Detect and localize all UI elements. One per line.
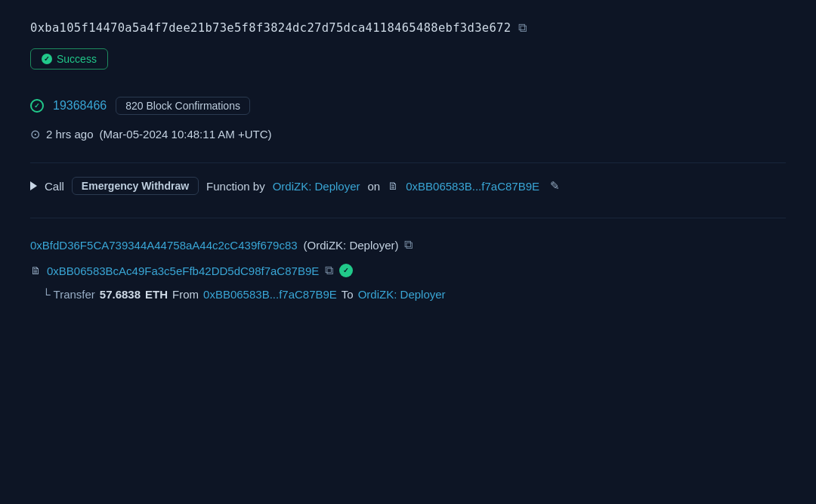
time-row: ⊙ 2 hrs ago (Mar-05-2024 10:48:11 AM +UT… xyxy=(30,127,786,141)
from-address-link[interactable]: 0xBfdD36F5CA739344A44758aA44c2cC439f679c… xyxy=(30,239,298,252)
function-badge: Emergency Withdraw xyxy=(72,177,199,195)
caller-link[interactable]: OrdiZK: Deployer xyxy=(273,180,360,193)
function-by-label: Function by xyxy=(206,180,265,193)
block-number[interactable]: 19368466 xyxy=(53,99,107,113)
confirmations-badge: 820 Block Confirmations xyxy=(116,97,250,115)
copy-hash-icon[interactable]: ⧉ xyxy=(518,21,527,35)
to-address-link[interactable]: 0xBB06583BcAc49Fa3c5eFfb42DD5dC98f7aC87B… xyxy=(47,264,319,277)
copy-to-icon[interactable]: ⧉ xyxy=(325,264,333,277)
contract-address-link[interactable]: 0xBB06583B...f7aC87B9E xyxy=(406,180,539,193)
call-row: Call Emergency Withdraw Function by Ordi… xyxy=(30,177,786,195)
divider-1 xyxy=(30,162,786,163)
success-dot-icon xyxy=(42,54,52,64)
status-badge: Success xyxy=(30,48,108,70)
call-label: Call xyxy=(45,180,64,193)
block-row: 19368466 820 Block Confirmations xyxy=(30,97,786,115)
section-divider xyxy=(30,218,786,218)
transfer-prefix: └ Transfer xyxy=(42,288,95,301)
copy-from-icon[interactable]: ⧉ xyxy=(404,238,413,252)
timestamp: (Mar-05-2024 10:48:11 AM +UTC) xyxy=(100,128,272,141)
time-ago: 2 hrs ago xyxy=(46,128,94,141)
on-label: on xyxy=(368,180,381,193)
from-name: (OrdiZK: Deployer) xyxy=(304,239,399,252)
transfer-to-name[interactable]: OrdiZK: Deployer xyxy=(358,288,446,301)
transfer-from-label: From xyxy=(172,288,199,301)
from-address-row: 0xBfdD36F5CA739344A44758aA44c2cC439f679c… xyxy=(30,238,786,252)
status-label: Success xyxy=(57,53,97,65)
block-check-icon xyxy=(30,99,44,113)
transfer-row: └ Transfer 57.6838 ETH From 0xBB06583B..… xyxy=(42,288,786,301)
tx-hash-row: 0xba105f14470a5a4f7dee21b73e5f8f3824dc27… xyxy=(30,21,786,35)
transfer-from-address[interactable]: 0xBB06583B...f7aC87B9E xyxy=(203,288,337,301)
to-address-row: 🗎 0xBB06583BcAc49Fa3c5eFfb42DD5dC98f7aC8… xyxy=(30,264,786,277)
transfer-to-label: To xyxy=(342,288,354,301)
to-verified-icon xyxy=(339,264,353,277)
tx-hash: 0xba105f14470a5a4f7dee21b73e5f8f3824dc27… xyxy=(30,21,511,35)
transfer-currency: ETH xyxy=(145,288,168,301)
contract-doc-icon: 🗎 xyxy=(388,180,398,192)
transfer-amount: 57.6838 xyxy=(100,288,141,301)
clock-icon: ⊙ xyxy=(30,127,40,141)
expand-icon[interactable] xyxy=(30,181,37,190)
to-contract-icon: 🗎 xyxy=(30,264,41,277)
edit-icon[interactable]: ✎ xyxy=(550,179,560,193)
